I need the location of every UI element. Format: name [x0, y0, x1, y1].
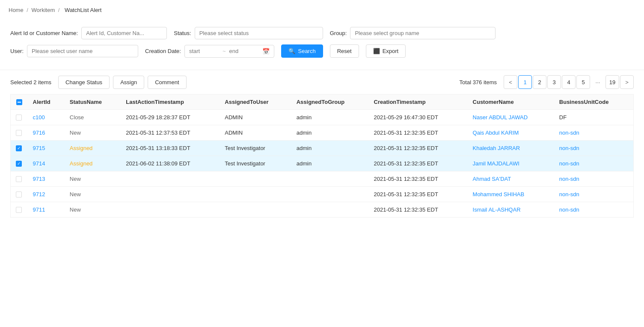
- row-checkbox-cell[interactable]: [11, 125, 28, 141]
- customer-name-link[interactable]: Naser ABDUL JAWAD: [473, 114, 528, 121]
- page-2-button[interactable]: 2: [533, 75, 546, 89]
- assigned-group-cell: admin: [291, 156, 369, 171]
- assigned-user-cell: [220, 187, 291, 202]
- row-checkbox-unchecked[interactable]: [16, 115, 22, 121]
- page-3-button[interactable]: 3: [547, 75, 561, 89]
- reset-button[interactable]: Reset: [330, 44, 359, 58]
- breadcrumb: Home / Workitem / WatchList Alert: [0, 0, 644, 20]
- date-separator: ~: [223, 48, 226, 54]
- assign-button[interactable]: Assign: [113, 76, 144, 89]
- col-assigned-user: AssignedToUser: [220, 94, 291, 110]
- row-checkbox-cell[interactable]: [11, 171, 28, 187]
- search-label: Search: [298, 48, 315, 54]
- total-info: Total 376 items: [460, 79, 497, 85]
- next-page-button[interactable]: >: [620, 75, 634, 89]
- assigned-group-cell: [291, 187, 369, 202]
- calendar-icon[interactable]: 📅: [262, 48, 270, 55]
- date-start-input[interactable]: [189, 48, 219, 54]
- row-checkbox-cell[interactable]: [11, 202, 28, 218]
- last-action-cell: [121, 171, 220, 187]
- assigned-group-cell: admin: [291, 141, 369, 156]
- filter-section: Alert Id or Customer Name: Status: Group…: [0, 20, 644, 70]
- page-1-button[interactable]: 1: [518, 75, 532, 89]
- row-checkbox-unchecked[interactable]: [16, 207, 22, 213]
- user-input[interactable]: [27, 45, 138, 57]
- page-4-button[interactable]: 4: [562, 75, 576, 89]
- row-checkbox-unchecked[interactable]: [16, 176, 22, 182]
- status-cell: New: [65, 202, 121, 218]
- biz-unit-cell: non-sdn: [554, 141, 634, 156]
- alert-id-input[interactable]: [81, 27, 167, 39]
- alert-id-link[interactable]: 9711: [33, 206, 45, 213]
- row-checkbox-cell[interactable]: [11, 141, 28, 156]
- row-checkbox-unchecked[interactable]: [16, 130, 22, 136]
- assigned-user-cell: ADMIN: [220, 110, 291, 125]
- group-input[interactable]: [350, 27, 496, 39]
- row-checkbox-cell[interactable]: [11, 156, 28, 171]
- creation-date-label: Creation Date:: [145, 48, 181, 54]
- change-status-button[interactable]: Change Status: [58, 76, 110, 89]
- alert-id-link[interactable]: c100: [33, 114, 45, 121]
- toolbar-left: Selected 2 items Change Status Assign Co…: [10, 76, 187, 89]
- breadcrumb-home[interactable]: Home: [9, 7, 24, 13]
- breadcrumb-current: WatchList Alert: [65, 7, 101, 13]
- biz-unit-cell: non-sdn: [554, 125, 634, 141]
- filter-row-2: User: Creation Date: ~ 📅 🔍 Search Reset …: [10, 44, 634, 58]
- page-5-button[interactable]: 5: [576, 75, 590, 89]
- biz-unit-cell: non-sdn: [554, 187, 634, 202]
- customer-name-link[interactable]: Ismail AL-ASHQAR: [473, 206, 521, 213]
- status-cell: Assigned: [65, 156, 121, 171]
- last-action-cell: 2021-05-31 13:18:33 EDT: [121, 141, 220, 156]
- alert-id-link[interactable]: 9713: [33, 176, 45, 182]
- customer-name-link[interactable]: Mohammed SHIHAB: [473, 191, 525, 197]
- row-checkbox-checked[interactable]: [16, 145, 22, 151]
- row-checkbox-cell[interactable]: [11, 110, 28, 125]
- prev-page-button[interactable]: <: [504, 75, 517, 89]
- page-ellipsis: ···: [591, 75, 605, 89]
- col-status-name: StatusName: [65, 94, 121, 110]
- col-assigned-group: AssignedToGroup: [291, 94, 369, 110]
- row-checkbox-checked[interactable]: [16, 161, 22, 167]
- table-container: AlertId StatusName LastActionTimestamp A…: [0, 94, 644, 218]
- group-label: Group:: [330, 30, 347, 36]
- assigned-group-cell: admin: [291, 110, 369, 125]
- alert-id-link[interactable]: 9714: [33, 160, 45, 167]
- creation-cell: 2021-05-31 12:32:35 EDT: [369, 202, 468, 218]
- customer-name-link[interactable]: Khaledah JARRAR: [473, 145, 520, 151]
- alert-id-link[interactable]: 9712: [33, 191, 45, 197]
- toolbar: Selected 2 items Change Status Assign Co…: [0, 70, 644, 94]
- search-button[interactable]: 🔍 Search: [281, 44, 323, 58]
- table-row: 9711New2021-05-31 12:32:35 EDTIsmail AL-…: [11, 202, 634, 218]
- breadcrumb-workitem[interactable]: Workitem: [32, 7, 55, 13]
- selected-info: Selected 2 items: [10, 79, 51, 85]
- page-last-button[interactable]: 19: [605, 75, 619, 89]
- header-checkbox-cell[interactable]: [11, 94, 28, 110]
- status-cell: New: [65, 187, 121, 202]
- customer-name-link[interactable]: Ahmad SA'DAT: [473, 176, 511, 182]
- assigned-user-cell: [220, 171, 291, 187]
- customer-name-link[interactable]: Qais Abdul KARIM: [473, 130, 519, 136]
- date-range-picker[interactable]: ~ 📅: [184, 45, 275, 58]
- group-group: Group:: [330, 27, 496, 39]
- biz-unit-cell: non-sdn: [554, 202, 634, 218]
- row-checkbox-unchecked[interactable]: [16, 191, 22, 197]
- table-row: 9715Assigned2021-05-31 13:18:33 EDTTest …: [11, 141, 634, 156]
- customer-name-link[interactable]: Jamil MAJDALAWI: [473, 160, 519, 167]
- assigned-user-cell: ADMIN: [220, 125, 291, 141]
- toolbar-right: Total 376 items < 1 2 3 4 5 ··· 19 >: [460, 75, 634, 89]
- user-group: User:: [10, 45, 138, 57]
- comment-button[interactable]: Comment: [148, 76, 186, 89]
- alert-id-link[interactable]: 9715: [33, 145, 45, 151]
- alert-id-link[interactable]: 9716: [33, 130, 45, 136]
- biz-unit-cell: non-sdn: [554, 171, 634, 187]
- creation-cell: 2021-05-31 12:32:35 EDT: [369, 125, 468, 141]
- header-checkbox-indeterminate[interactable]: [16, 99, 22, 105]
- table-row: c100Close2021-05-29 18:28:37 EDTADMINadm…: [11, 110, 634, 125]
- export-button[interactable]: ⬛ Export: [366, 44, 406, 58]
- date-end-input[interactable]: [229, 48, 259, 54]
- row-checkbox-cell[interactable]: [11, 187, 28, 202]
- status-input[interactable]: [195, 27, 323, 39]
- status-cell: Assigned: [65, 141, 121, 156]
- creation-cell: 2021-05-31 12:32:35 EDT: [369, 187, 468, 202]
- assigned-group-cell: [291, 171, 369, 187]
